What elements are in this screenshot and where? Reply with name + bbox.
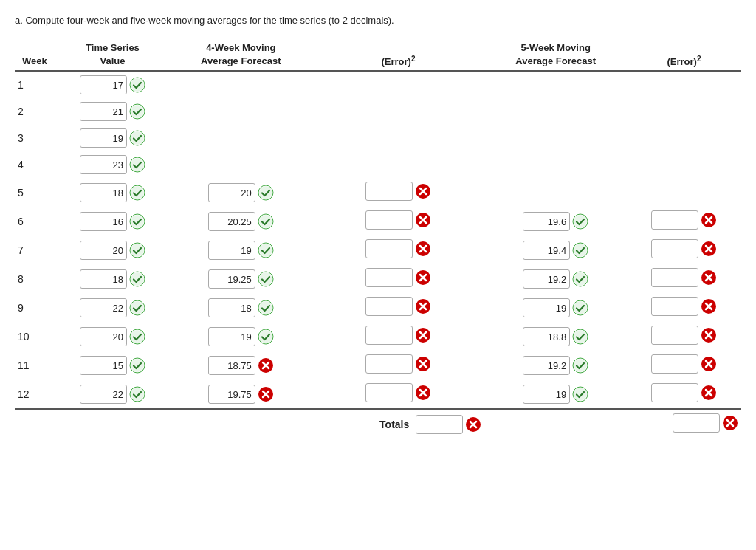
input-box[interactable]: [365, 354, 413, 374]
input-box[interactable]: 18.8: [523, 327, 570, 346]
input-box[interactable]: [365, 182, 413, 201]
table-cell: 19: [170, 236, 312, 264]
table-cell: [627, 351, 741, 379]
table-cell: 23: [55, 151, 170, 178]
empty-cell: [170, 71, 312, 98]
input-box[interactable]: [365, 297, 413, 316]
input-box[interactable]: 20: [80, 327, 127, 346]
input-box[interactable]: 19.25: [208, 269, 255, 289]
table-cell: [312, 264, 485, 293]
check-icon: [572, 386, 588, 402]
input-box[interactable]: 17: [80, 75, 127, 94]
check-icon: [129, 242, 145, 258]
table-cell: 16: [55, 207, 170, 236]
input-box[interactable]: [365, 268, 413, 287]
input-box[interactable]: 18: [80, 269, 127, 289]
input-box[interactable]: 18: [208, 298, 255, 317]
input-box[interactable]: 18: [80, 183, 127, 202]
table-cell: 20: [55, 236, 170, 264]
input-box[interactable]: [651, 297, 698, 316]
input-box[interactable]: [651, 210, 698, 230]
x-icon: [415, 212, 431, 228]
table-cell: 18.75: [170, 351, 312, 379]
five-week-header-top: 5-Week Moving: [484, 39, 627, 55]
empty-cell: [627, 125, 741, 151]
empty-cell: [627, 178, 741, 207]
input-box[interactable]: 15: [80, 356, 127, 375]
input-box[interactable]: 20: [80, 241, 127, 260]
input-box[interactable]: [651, 268, 698, 287]
check-icon: [258, 185, 274, 201]
svg-point-23: [574, 215, 587, 228]
input-box[interactable]: 19.4: [523, 241, 570, 260]
input-box[interactable]: 19: [208, 327, 255, 346]
totals-spacer3: [170, 409, 312, 439]
input-box[interactable]: [673, 413, 720, 433]
input-box[interactable]: [365, 210, 413, 230]
empty-cell: [170, 98, 312, 125]
input-box[interactable]: [651, 239, 698, 258]
table-cell: 19.2: [484, 264, 627, 293]
empty-cell: [627, 151, 741, 178]
empty-cell: [312, 98, 485, 125]
x-icon: [701, 327, 717, 343]
input-box[interactable]: 18.75: [208, 356, 255, 375]
input-box[interactable]: 19: [208, 241, 255, 260]
four-error-label: (Error): [381, 56, 410, 67]
table-cell: [312, 351, 485, 379]
svg-point-35: [574, 244, 587, 257]
five-error-label: (Error): [667, 56, 697, 67]
svg-point-54: [259, 301, 272, 314]
check-icon: [572, 329, 588, 345]
svg-point-71: [574, 330, 587, 343]
input-box[interactable]: 19.6: [523, 212, 570, 231]
input-box[interactable]: 22: [80, 298, 127, 317]
svg-point-84: [574, 359, 587, 372]
input-box[interactable]: 19.2: [523, 356, 570, 375]
input-box[interactable]: [651, 326, 698, 345]
input-box[interactable]: 20.25: [208, 212, 255, 231]
header-row-top: Time Series 4-Week Moving 5-Week Moving: [15, 39, 741, 55]
table-row: 423: [15, 151, 741, 178]
input-box[interactable]: 19.2: [523, 269, 570, 289]
input-box[interactable]: [365, 239, 413, 258]
empty-cell: [170, 125, 312, 151]
table-cell: [312, 379, 485, 409]
empty-cell: [484, 151, 627, 178]
check-icon: [129, 329, 145, 345]
input-box[interactable]: 21: [80, 102, 127, 121]
table-cell: 19.4: [484, 236, 627, 264]
totals-row: Totals: [15, 409, 741, 439]
input-box[interactable]: [416, 415, 463, 434]
input-box[interactable]: 20: [208, 183, 255, 202]
input-box[interactable]: 19.75: [208, 385, 255, 404]
empty-cell: [312, 71, 485, 98]
week-cell: 2: [15, 98, 55, 125]
empty-cell: [484, 98, 627, 125]
input-box[interactable]: 16: [80, 212, 127, 231]
input-box[interactable]: 22: [80, 385, 127, 404]
table-row: 922 18 19: [15, 293, 741, 322]
x-icon: [415, 269, 431, 286]
five-avg-header: Average Forecast: [484, 55, 627, 71]
x-icon: [415, 183, 431, 199]
svg-point-7: [131, 158, 144, 171]
input-box[interactable]: 23: [80, 155, 127, 174]
check-icon: [129, 386, 145, 402]
check-icon: [258, 300, 274, 316]
input-box[interactable]: 19: [523, 298, 570, 317]
table-cell: [627, 236, 741, 264]
table-row: 117: [15, 71, 741, 98]
four-error-exp: 2: [411, 55, 416, 63]
input-box[interactable]: [365, 326, 413, 345]
week-cell: 1: [15, 71, 55, 98]
input-box[interactable]: [651, 383, 698, 402]
instruction-text: a. Compute four-week and five-week movin…: [15, 15, 741, 26]
input-box[interactable]: 19: [80, 128, 127, 148]
table-cell: 19: [484, 293, 627, 322]
input-box[interactable]: [365, 383, 413, 402]
x-icon: [415, 356, 431, 372]
input-box[interactable]: [651, 354, 698, 374]
input-box[interactable]: 19: [523, 385, 570, 404]
table-cell: [627, 293, 741, 322]
